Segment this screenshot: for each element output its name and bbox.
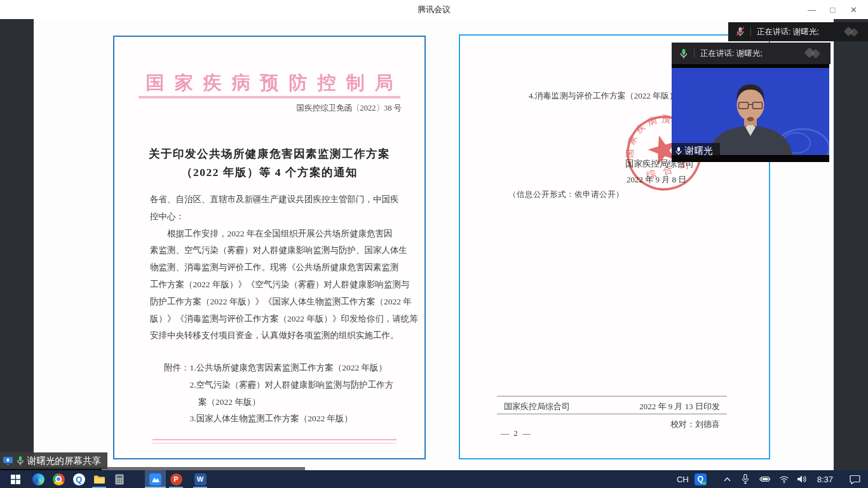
tray-microphone[interactable] [742,474,749,484]
word-icon: W [194,473,207,485]
hidden-icons-chevron[interactable] [723,476,731,482]
footer-row: 国家疾控局综合司 2022 年 9 月 13 日印发 [497,400,727,413]
screen-share-icon [3,456,13,466]
shared-screen-stage: 国家疾病预防控制局 国疾控综卫免函〔2022〕38 号 关于印发公共场所健康危害… [0,19,868,470]
taskbar-item-chrome[interactable] [48,470,69,488]
speaking-banner-text: 正在讲话: 谢曙光; [757,27,819,37]
document-text-line: 控中心： [150,208,412,226]
meeting-window: 腾讯会议 — □ ✕ 国家疾病预防控制局 国疾控综卫免函〔2022〕38 号 关… [0,0,868,488]
screen-share-label: 谢曙光的屏幕共享 [27,455,101,467]
speaker-icon [797,475,808,484]
file-explorer-icon [93,475,105,484]
window-controls: — □ ✕ [801,0,864,19]
document-text-line: 各省、自治区、直辖市及新疆生产建设兵团疾控主管部门，中国疾 [150,191,412,208]
document-text-line: 工作方案（2022 年版）》《空气污染（雾霾）对人群健康影响监测与 [150,276,412,294]
document-text-line: 防护工作方案（2022 年版）》《国家人体生物监测工作方案（2022 年 [150,294,412,311]
banner-divider [750,27,751,36]
microphone-muted-icon [736,27,745,37]
attachment-item-4: 4.消毒监测与评价工作方案（2022 年版） [529,90,677,102]
calculator-icon [115,474,124,485]
title-bar: 腾讯会议 — □ ✕ [0,0,868,19]
taskbar-item-calculator[interactable] [109,470,130,488]
close-button[interactable]: ✕ [843,0,864,19]
chrome-icon [53,473,65,485]
speaking-banner-shared: 正在讲话: 谢曙光; [728,22,868,41]
footer-issuer: 国家疾控局综合司 [504,400,570,413]
notification-bubble-icon [850,475,860,484]
taskbar-item-edge[interactable] [28,470,48,488]
minimize-button[interactable]: — [801,0,822,19]
tencent-meeting-logo-watermark [803,47,824,60]
footer-print-date: 2022 年 9 月 13 日印发 [639,400,720,413]
document-text-line: 根据工作安排，2022 年在全国组织开展公共场所健康危害因 [150,226,412,243]
microphone-active-icon [17,456,24,466]
microphone-active-icon [679,48,688,59]
page-bottom-rule [153,439,397,444]
speaking-banner-local: 正在讲话: 谢曙光; [672,43,831,64]
document-text-line: 案（2022 年版） [164,394,412,411]
document-page-1: 国家疾病预防控制局 国疾控综卫免函〔2022〕38 号 关于印发公共场所健康危害… [113,36,426,459]
language-indicator[interactable]: CH [677,475,689,484]
system-tray: CH Q [677,470,868,488]
taskbar-item-word[interactable]: W [190,470,210,488]
microphone-icon [675,147,682,156]
maximize-button[interactable]: □ [822,0,843,19]
document-title-line1: 关于印发公共场所健康危害因素监测工作方案 [114,146,424,161]
input-method-icon[interactable]: Q [695,473,707,485]
windows-logo-icon [11,475,20,484]
speaker-name: 谢曙光 [685,145,713,157]
attachment-list: 附件：1.公共场所健康危害因素监测工作方案（2022 年版） 2.空气污染（雾霾… [164,360,412,428]
document-text-line: 版）》《消毒监测与评价工作方案（2022 年版）》印发给你们，请统筹 [150,311,412,328]
speaking-banner-text: 正在讲话: 谢曙光; [700,48,763,59]
taskbar-item-qq-browser[interactable]: Q [69,470,89,488]
qq-browser-icon: Q [73,473,85,485]
wifi-icon [779,475,789,484]
document-text-line: 物监测、消毒监测与评价工作。现将《公共场所健康危害因素监测 [150,259,412,276]
document-text-line: 附件：1.公共场所健康危害因素监测工作方案（2022 年版） [164,360,412,377]
tencent-meeting-icon [149,473,161,485]
chevron-up-icon [723,476,731,482]
edge-icon [32,473,44,485]
document-text-line: 2.空气污染（雾霾）对人群健康影响监测与防护工作方 [164,377,412,394]
document-body: 各省、自治区、直辖市及新疆生产建设兵团疾控主管部门，中国疾控中心： 根据工作安排… [150,191,412,344]
action-center[interactable] [850,475,860,484]
clock[interactable]: 8:37 [817,475,833,484]
start-button[interactable] [3,470,28,488]
microphone-icon [742,474,749,484]
letterhead-rule [139,96,400,98]
taskbar-item-powerpoint[interactable]: P [166,470,186,488]
speaker-portrait [672,68,829,155]
banner-divider [694,49,695,58]
tray-wifi[interactable] [779,475,789,484]
powerpoint-icon: P [170,473,182,485]
document-text-line: 安排中央转移支付项目资金，认真做好各项监测的组织实施工作。 [150,327,412,344]
video-name-tag: 谢曙光 [672,143,720,159]
tray-volume[interactable] [797,475,808,484]
footer-rule-bottom [497,414,727,414]
tray-battery[interactable] [759,475,771,484]
document-text-line: 3.国家人体生物监测工作方案（2022 年版） [164,410,412,428]
taskbar-item-file-explorer[interactable] [89,470,109,488]
page-number: — 2 — [501,428,532,438]
taskbar-apps: Q [3,470,210,488]
taskbar-item-tencent-meeting[interactable] [145,470,166,488]
windows-taskbar: Q [0,470,868,488]
screen-share-indicator: 谢曙光的屏幕共享 [0,452,107,469]
document-text-line: 素监测、空气污染（雾霾）对人群健康影响监测与防护、国家人体生 [150,242,412,259]
footer-rule-top [497,396,727,396]
proofreader: 校对：刘德喜 [670,419,720,430]
video-frame [672,68,829,155]
document-number: 国疾控综卫免函〔2022〕38 号 [296,103,402,114]
letterbox-left [0,19,34,470]
battery-icon [759,475,771,484]
window-title: 腾讯会议 [0,0,868,19]
tencent-meeting-logo-watermark [843,26,862,37]
document-title-line2: （2022 年版）等 4 个方案的通知 [114,165,424,180]
letterbox-right [834,19,868,470]
disclosure-note: （信息公开形式：依申请公开） [508,189,624,200]
letterhead-title: 国家疾病预防控制局 [114,71,424,96]
speaker-video-thumbnail[interactable]: 谢曙光 [672,64,829,162]
